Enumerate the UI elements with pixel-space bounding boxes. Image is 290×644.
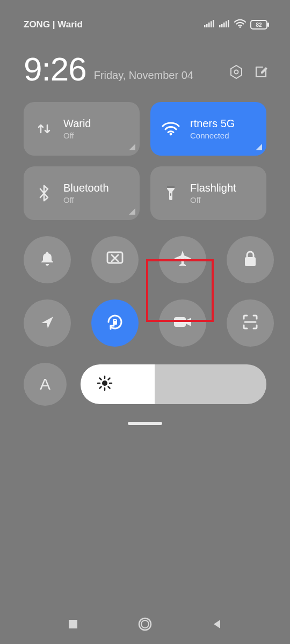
svg-rect-12 [267,23,269,27]
wifi-title: rtners 5G [190,118,235,130]
clock-time: 9:26 [24,53,86,86]
svg-rect-23 [174,317,186,327]
airplane-icon [173,249,192,270]
airplane-mode-toggle[interactable] [159,236,206,283]
rotation-lock-icon [105,312,125,334]
screen-record-toggle[interactable] [159,299,206,347]
svg-rect-34 [69,620,77,628]
svg-rect-1 [206,24,208,27]
svg-marker-14 [231,65,242,78]
location-toggle[interactable] [24,299,71,347]
wifi-status-icon [234,19,246,31]
nav-bar [0,606,290,644]
recents-button[interactable] [67,618,79,632]
svg-point-36 [141,620,149,628]
svg-rect-3 [211,21,212,28]
bell-icon [38,250,56,270]
panel-drag-handle[interactable] [128,422,162,425]
svg-line-30 [100,378,102,380]
flashlight-title: Flashlight [190,182,236,194]
carrier-label: ZONG | Warid [24,19,83,30]
screenshot-icon [106,251,124,269]
svg-rect-0 [204,25,206,27]
location-arrow-icon [39,314,55,332]
status-bar: ZONG | Warid 82 [0,0,290,38]
scan-icon [242,313,259,333]
edit-icon[interactable] [253,64,269,82]
clock-date: Friday, November 04 [94,69,221,86]
svg-rect-5 [219,25,221,27]
auto-brightness-label: A [40,375,50,393]
brightness-icon [97,375,113,393]
auto-brightness-toggle[interactable]: A [24,363,67,406]
svg-text:82: 82 [256,22,262,28]
svg-line-33 [100,387,102,389]
flashlight-sub: Off [190,195,236,204]
svg-point-25 [102,380,107,386]
svg-rect-4 [213,20,214,27]
lock-icon [243,250,258,269]
signal-1-icon [204,19,215,30]
back-button[interactable] [211,618,223,632]
video-camera-icon [173,315,192,331]
screenshot-toggle[interactable] [91,236,139,283]
svg-point-10 [240,26,241,28]
settings-icon[interactable] [229,64,244,82]
panel-header: 9:26 Friday, November 04 [0,38,290,91]
scanner-toggle[interactable] [227,299,274,347]
bluetooth-sub: Off [63,195,109,204]
signal-2-icon [219,19,230,30]
mobile-data-icon [34,121,54,137]
wifi-sub: Connected [190,131,235,140]
expand-icon[interactable] [128,143,135,152]
mute-toggle[interactable] [24,236,71,283]
svg-rect-18 [170,193,171,196]
svg-point-15 [235,70,238,74]
mobile-data-title: Warid [63,118,91,130]
flashlight-tile[interactable]: Flashlight Off [150,166,266,220]
brightness-slider[interactable] [81,364,266,404]
svg-rect-6 [221,24,223,27]
mobile-data-tile[interactable]: Warid Off [24,102,140,156]
svg-rect-17 [167,186,175,188]
battery-icon: 82 [250,20,270,30]
bluetooth-title: Bluetooth [63,182,109,194]
svg-point-16 [170,133,172,136]
bluetooth-icon [34,184,54,202]
mobile-data-sub: Off [63,131,91,140]
status-right: 82 [204,19,270,31]
svg-rect-9 [228,20,229,27]
svg-rect-7 [223,23,225,27]
expand-icon[interactable] [255,143,262,152]
expand-icon[interactable] [128,207,135,217]
rotation-lock-toggle[interactable] [91,299,139,347]
wifi-icon [161,122,180,136]
svg-rect-20 [245,257,256,266]
bluetooth-tile[interactable]: Bluetooth Off [24,166,140,220]
svg-rect-22 [113,321,117,325]
svg-line-32 [108,378,110,380]
svg-rect-2 [208,23,210,27]
svg-line-31 [108,387,110,389]
wifi-tile[interactable]: rtners 5G Connected [150,102,266,156]
home-button[interactable] [137,617,153,634]
svg-rect-8 [226,21,227,28]
brightness-fill [81,364,155,404]
lock-toggle[interactable] [227,236,274,283]
flashlight-icon [161,185,180,202]
